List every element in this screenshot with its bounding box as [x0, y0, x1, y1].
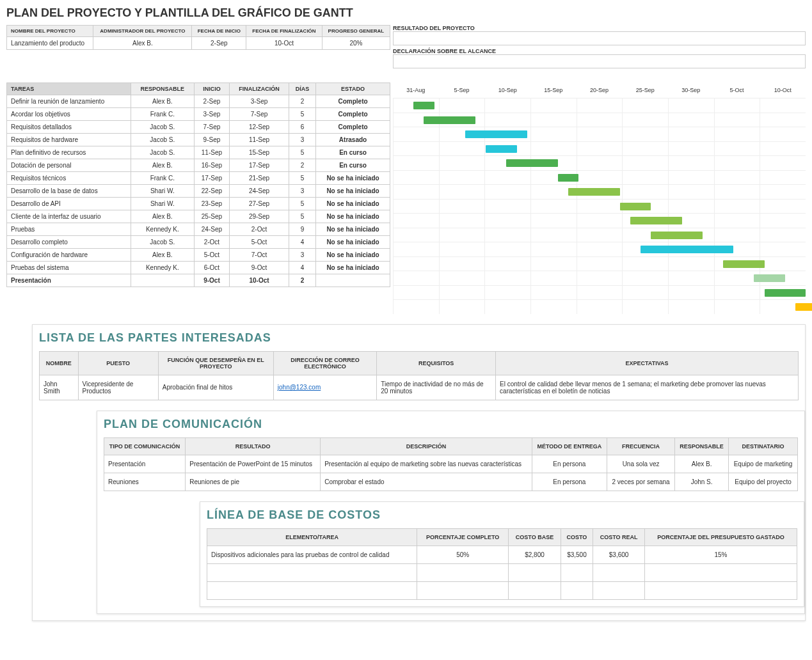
gantt-row — [393, 271, 806, 285]
result-box[interactable] — [393, 31, 806, 45]
gantt-bar — [641, 246, 733, 253]
stake-cell: John Smith — [40, 375, 79, 400]
cost-col: COSTO REAL — [593, 528, 645, 546]
task-cell: 25-Sep — [194, 210, 229, 223]
hdr-val-prog: 20% — [322, 37, 390, 50]
task-cell: Configuración de hardware — [7, 249, 131, 262]
task-cell: No se ha iniciado — [316, 210, 390, 223]
gantt-bar — [651, 232, 703, 239]
task-cell: Atrasado — [316, 134, 390, 146]
task-cell: 6 — [289, 121, 316, 134]
task-cell: 2 — [289, 95, 316, 108]
task-cell: Cliente de la interfaz de usuario — [7, 210, 131, 223]
task-cell — [316, 274, 390, 287]
comm-cell: Reuniones — [104, 473, 186, 491]
task-cell: Desarrollo de la base de datos — [7, 185, 131, 198]
task-cell: No se ha iniciado — [316, 223, 390, 236]
task-cell: 10-Oct — [229, 274, 289, 287]
task-cell: Presentación — [7, 274, 131, 287]
comm-cell: Equipo de marketing — [729, 455, 798, 473]
task-cell: No se ha iniciado — [316, 198, 390, 210]
comm-cell: Presentación al equipo de marketing sobr… — [321, 455, 532, 473]
scope-label: DECLARACIÓN SOBRE EL ALCANCE — [393, 48, 806, 54]
cost-card: LÍNEA DE BASE DE COSTOS ELEMENTO/TAREAPO… — [200, 501, 804, 607]
stake-cell: john@123.com — [273, 375, 376, 400]
task-cell: 7-Oct — [229, 249, 289, 262]
tasks-col: TAREAS — [7, 83, 131, 95]
task-cell: Pruebas — [7, 223, 131, 236]
table-row: Desarrollo de APIShari W.23-Sep27-Sep5No… — [7, 198, 390, 210]
stakeholders-card: LISTA DE LAS PARTES INTERESADAS NOMBREPU… — [32, 324, 806, 621]
task-cell: 3-Sep — [229, 95, 289, 108]
gantt-bar — [413, 102, 434, 109]
table-row: Requisitos detalladosJacob S.7-Sep12-Sep… — [7, 121, 390, 134]
comm-cell: John S. — [675, 473, 729, 491]
comm-cell: En persona — [532, 473, 607, 491]
task-cell: 5 — [289, 108, 316, 121]
cost-col: PORCENTAJE COMPLETO — [417, 528, 509, 546]
hdr-col-prog: PROGRESO GENERAL — [322, 26, 390, 37]
task-cell: 21-Sep — [229, 172, 289, 185]
table-row: Definir la reunión de lanzamientoAlex B.… — [7, 95, 390, 108]
stake-col: EXPECTATIVAS — [496, 351, 799, 375]
hdr-col-end: FECHA DE FINALIZACIÓN — [246, 26, 322, 37]
task-cell: Alex B. — [131, 249, 194, 262]
task-cell: Desarrollo completo — [7, 236, 131, 249]
task-cell: 11-Sep — [194, 146, 229, 159]
comm-cell: En persona — [532, 455, 607, 473]
gantt-row — [393, 141, 806, 156]
task-cell: 12-Sep — [229, 121, 289, 134]
task-cell: 9-Oct — [229, 262, 289, 274]
result-label: RESULTADO DEL PROYECTO — [393, 25, 806, 31]
task-cell: Desarrollo de API — [7, 198, 131, 210]
gantt-bar — [558, 174, 578, 182]
task-cell: 6-Oct — [194, 262, 229, 274]
gantt-date: 30-Sep — [668, 87, 714, 93]
gantt-date: 10-Sep — [484, 87, 530, 93]
table-row: Requisitos técnicosFrank C.17-Sep21-Sep5… — [7, 172, 390, 185]
hdr-val-admin: Alex B. — [93, 37, 192, 50]
gantt-bar — [754, 274, 784, 282]
task-cell: Alex B. — [131, 210, 194, 223]
hdr-col-admin: ADMINISTRADOR DEL PROYECTO — [93, 26, 192, 37]
stake-col: REQUISITOS — [377, 351, 496, 375]
stake-cell: Aprobación final de hitos — [158, 375, 273, 400]
task-cell: 4 — [289, 236, 316, 249]
gantt-row — [393, 127, 806, 141]
hdr-val-end: 10-Oct — [246, 37, 322, 50]
task-cell: No se ha iniciado — [316, 262, 390, 274]
task-cell: 11-Sep — [229, 134, 289, 146]
gantt-row — [393, 242, 806, 256]
comm-cell: Alex B. — [675, 455, 729, 473]
task-cell: 2 — [289, 274, 316, 287]
gantt-row — [393, 113, 806, 127]
gantt-bar — [486, 145, 516, 153]
cost-cell: $3,600 — [593, 546, 645, 563]
comm-col: MÉTODO DE ENTREGA — [532, 437, 607, 455]
task-cell: 7-Sep — [194, 121, 229, 134]
task-cell: 3 — [289, 134, 316, 146]
gantt-date: 5-Sep — [439, 87, 485, 93]
email-link[interactable]: john@123.com — [278, 384, 321, 391]
task-cell: En curso — [316, 159, 390, 172]
task-cell: 4 — [289, 262, 316, 274]
task-cell: Plan definitivo de recursos — [7, 146, 131, 159]
table-row: Cliente de la interfaz de usuarioAlex B.… — [7, 210, 390, 223]
task-cell: 3 — [289, 249, 316, 262]
gantt-date: 10-Oct — [760, 87, 806, 93]
task-cell: Requisitos de hardware — [7, 134, 131, 146]
cost-title: LÍNEA DE BASE DE COSTOS — [200, 508, 804, 522]
stake-col: NOMBRE — [40, 351, 79, 375]
hdr-col-start: FECHA DE INICIO — [192, 26, 246, 37]
cost-col: PORCENTAJE DEL PRESUPUESTO GASTADO — [645, 528, 797, 546]
table-row: Plan definitivo de recursosJacob S.11-Se… — [7, 146, 390, 159]
table-row: Presentación9-Oct10-Oct2 — [7, 274, 390, 287]
gantt-date: 5-Oct — [714, 87, 760, 93]
task-cell: 17-Sep — [229, 159, 289, 172]
task-cell: 27-Sep — [229, 198, 289, 210]
task-cell: No se ha iniciado — [316, 249, 390, 262]
scope-box[interactable] — [393, 54, 806, 68]
task-cell: Alex B. — [131, 95, 194, 108]
gantt-row — [393, 170, 806, 185]
page-title: PLAN DEL PROYECTO Y PLANTILLA DEL GRÁFIC… — [6, 6, 806, 20]
